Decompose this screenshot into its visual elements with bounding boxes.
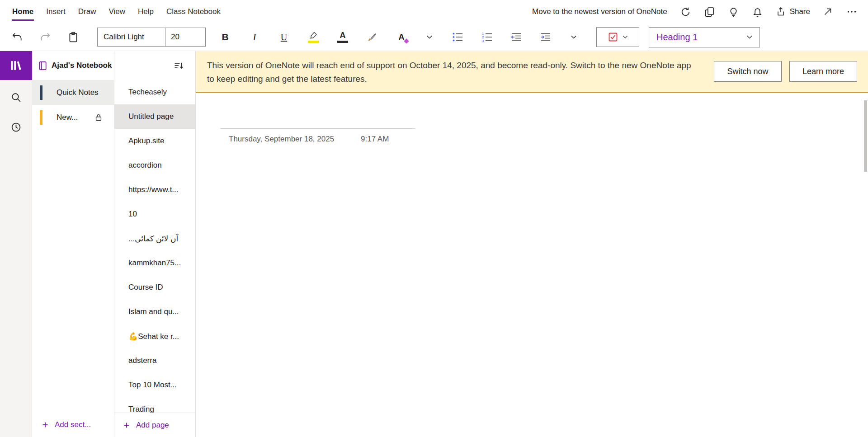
format-painter-button[interactable] [362,27,382,47]
sort-pages-button[interactable] [172,59,185,73]
decrease-indent-button[interactable] [506,27,527,47]
font-controls: Calibri Light 20 [97,28,206,47]
highlight-color-swatch [308,41,319,43]
sync-button[interactable] [677,3,695,21]
sections-footer: Add sect... [32,413,114,437]
add-section-button[interactable]: Add sect... [32,420,91,429]
more-list-options-button[interactable] [565,27,583,47]
paste-button[interactable] [63,27,84,47]
tab-view-label: View [108,7,125,16]
page-item[interactable]: https://www.t... [114,178,195,202]
search-button[interactable] [6,87,26,107]
page-time: 9:17 AM [361,135,389,144]
sync-icon [680,6,691,18]
notifications-button[interactable] [749,3,767,21]
page-item[interactable]: Techeasely [114,80,195,104]
tab-help[interactable]: Help [132,0,160,23]
notebook-header[interactable]: Ajad's Notebook [32,51,114,80]
style-dropdown[interactable]: Heading 1 [649,27,760,47]
page-title: Untitled page [128,112,174,121]
upgrade-notice-link[interactable]: Move to the newest version of OneNote [532,7,667,16]
tab-home[interactable]: Home [6,0,40,23]
tab-view[interactable]: View [102,0,132,23]
vertical-scrollbar[interactable] [864,100,867,172]
font-size-select[interactable]: 20 [165,28,205,46]
page-item[interactable]: kammkhan75... [114,251,195,275]
library-books-icon [9,59,22,72]
menubar-right-group: Move to the newest version of OneNote Sh… [532,0,868,23]
add-section-label: Add sect... [55,420,91,429]
tab-insert-label: Insert [46,7,66,16]
page-item[interactable]: Top 10 Most... [114,373,195,397]
indent-icon [540,31,552,43]
page-item-selected[interactable]: Untitled page [114,104,195,129]
format-painter-icon [366,31,378,43]
page-item[interactable]: Apkup.site [114,129,195,153]
switch-now-button[interactable]: Switch now [714,61,782,82]
clear-formatting-button[interactable]: A [391,27,412,47]
page-item[interactable]: Islam and qu... [114,300,195,324]
font-color-icon: A [340,31,346,39]
more-options-button[interactable] [843,3,861,21]
tab-class-notebook[interactable]: Class Notebook [160,0,227,23]
notebooks-rail-button[interactable] [0,51,32,80]
underline-button[interactable]: U [274,27,294,47]
bullet-list-button[interactable] [447,27,468,47]
numbered-list-icon: 123 [481,31,493,43]
italic-button[interactable]: I [244,27,265,47]
navigation-rail [0,51,32,437]
todo-tag-dropdown[interactable] [596,27,639,47]
section-item-new[interactable]: New... [32,105,114,130]
page-title: Top 10 Most... [128,381,177,390]
recent-notes-button[interactable] [6,117,26,137]
tab-insert[interactable]: Insert [40,0,72,23]
undo-button[interactable] [7,27,28,47]
tab-draw[interactable]: Draw [72,0,103,23]
outdent-icon [510,31,522,43]
page-item[interactable]: accordion [114,153,195,178]
chevron-down-icon [426,33,433,41]
banner-message: This version of OneNote will reach end o… [207,59,693,86]
highlight-button[interactable] [303,27,324,47]
page-item[interactable]: Course ID [114,275,195,300]
redo-button[interactable] [35,27,56,47]
share-button[interactable]: Share [773,3,813,21]
underline-icon: U [281,32,287,42]
highlighter-icon [307,31,319,39]
add-page-button[interactable]: Add page [114,421,169,430]
tips-button[interactable] [725,3,743,21]
style-dropdown-value: Heading 1 [656,32,698,42]
fullscreen-button[interactable] [819,3,837,21]
svg-text:3: 3 [482,39,484,43]
more-font-options-button[interactable] [420,27,439,47]
page-title: Course ID [128,283,163,292]
bold-button[interactable]: B [215,27,236,47]
page-item[interactable]: 10 [114,202,195,226]
ribbon-toolbar: Calibri Light 20 B I U A A 123 [0,23,868,51]
pages-copy-icon [704,6,715,18]
page-item[interactable]: 💪Sehat ke r... [114,324,195,348]
section-item-quick-notes[interactable]: Quick Notes [32,80,114,105]
notebook-icon [38,61,48,71]
page-editor[interactable]: Thursday, September 18, 2025 9:17 AM [196,93,868,437]
numbered-list-button[interactable]: 123 [476,27,497,47]
end-of-support-banner: This version of OneNote will reach end o… [196,51,868,93]
font-name-select[interactable]: Calibri Light [98,28,165,46]
page-title-underline [220,128,415,129]
tab-help-label: Help [138,7,154,16]
increase-indent-button[interactable] [535,27,556,47]
bold-icon: B [222,32,228,42]
learn-more-button[interactable]: Learn more [789,61,857,82]
italic-icon: I [253,31,256,43]
font-color-swatch [337,41,348,43]
page-versions-button[interactable] [701,3,719,21]
pages-list: Techeasely Untitled page Apkup.site acco… [114,80,195,413]
page-item[interactable]: adsterra [114,348,195,373]
page-title: Islam and qu... [128,307,179,316]
page-item[interactable]: Trading [114,397,195,413]
sections-panel: Ajad's Notebook Quick Notes New... Add s… [32,51,114,437]
page-item[interactable]: آن لائن کمائی... [114,226,195,251]
bell-icon [752,6,763,18]
font-color-button[interactable]: A [332,27,353,47]
share-label: Share [790,7,810,16]
